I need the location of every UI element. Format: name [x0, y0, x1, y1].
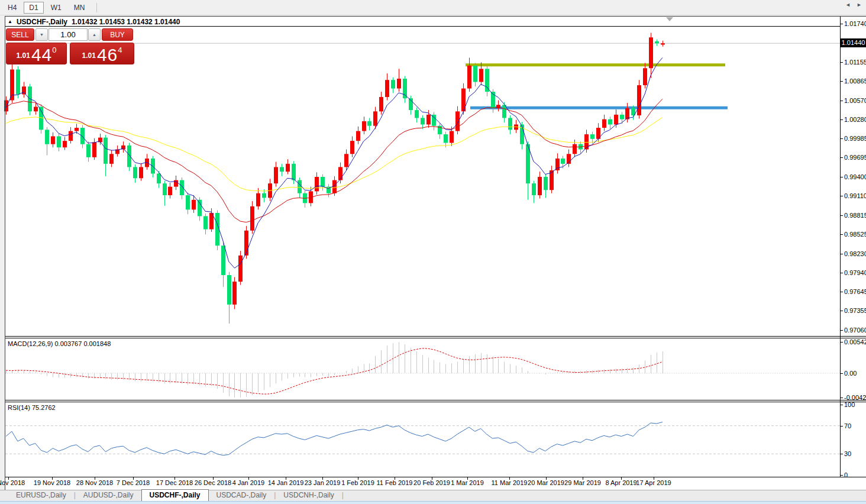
macd-axis-label: 0.00	[844, 369, 857, 377]
price-axis-label: 0.99985	[844, 134, 866, 143]
macd-indicator-label: MACD(12,26,9) 0.003767 0.001848	[8, 340, 111, 347]
one-click-trading-panel: SELL ▼ ▲ BUY 1.01 44 0 1.01 46 4	[6, 28, 135, 64]
date-tick	[52, 477, 53, 480]
date-tick	[546, 477, 547, 480]
chart-tab-usdchf[interactable]: USDCHF-,Daily	[141, 489, 209, 501]
rsi-axis-label: 0	[844, 471, 848, 479]
rsi-axis-label: 100	[844, 400, 855, 409]
volume-increase-button[interactable]: ▲	[88, 28, 101, 41]
date-tick	[358, 477, 358, 480]
price-axis-label: 1.00570	[844, 96, 866, 105]
tab-separator: |	[342, 490, 344, 501]
chart-tab-audusd[interactable]: AUDUSD-,Daily	[76, 490, 141, 501]
chevron-up-icon: ▲	[92, 33, 96, 37]
price-axis-label-tick	[841, 138, 843, 139]
price-axis-label-tick	[841, 177, 843, 177]
date-tick	[286, 477, 286, 480]
rsi-indicator-label: RSI(14) 75.2762	[8, 404, 56, 411]
date-label: 17 Apr 2019	[626, 479, 681, 486]
buy-button[interactable]: BUY	[102, 28, 133, 41]
date-tick	[8, 477, 9, 480]
rsi-axis-label-tick	[841, 426, 843, 427]
date-tick	[654, 477, 654, 480]
tab-scroll-left-icon[interactable]: ◄	[845, 2, 851, 8]
price-axis-label-tick	[841, 196, 843, 196]
date-tick	[213, 477, 214, 480]
price-axis-label: 0.98525	[844, 230, 866, 238]
tab-scroll-right-icon[interactable]: ►	[857, 2, 862, 8]
price-axis-label: 1.01740	[844, 20, 866, 28]
chart-tab-usdcad[interactable]: USDCAD-,Daily	[209, 490, 274, 501]
buy-price-display: 1.01 46 4	[70, 43, 134, 64]
buy-price-main: 46	[97, 47, 118, 63]
price-axis-label-tick	[841, 234, 843, 235]
sell-price-pip: 0	[52, 46, 56, 54]
price-axis-label: 1.00865	[844, 77, 866, 85]
main-macd-splitter-bottom	[5, 338, 866, 338]
chart-ohlc-readout: 1.01432 1.01453 1.01432 1.01440	[72, 18, 180, 26]
sell-button[interactable]: SELL	[6, 28, 34, 41]
chart-canvas[interactable]	[0, 0, 866, 504]
rsi-axis-label-tick	[841, 454, 843, 454]
date-tick	[395, 477, 395, 480]
price-axis-label-tick	[841, 273, 843, 273]
chart-title: ▲ USDCHF-,Daily 1.01432 1.01453 1.01432 …	[8, 18, 180, 26]
date-tick	[175, 477, 175, 480]
price-axis-label-tick	[841, 119, 843, 120]
price-axis-label-tick	[841, 101, 843, 101]
price-axis-label: 1.01155	[844, 58, 866, 66]
rsi-axis-label-tick	[841, 475, 843, 476]
pane-splitter-rsi[interactable]	[5, 400, 866, 402]
price-axis-label: 0.98815	[844, 211, 866, 219]
rsi-axis-label: 30	[844, 450, 851, 458]
macd-axis-label-tick	[841, 342, 843, 343]
price-axis-label: 0.97940	[844, 269, 866, 277]
timeframe-button-mn[interactable]: MN	[69, 2, 91, 14]
timeframe-button-h4[interactable]: H4	[2, 2, 22, 14]
price-axis-label-tick	[841, 254, 843, 254]
horizontal-rays-layer	[466, 65, 728, 108]
candlestick-layer	[4, 33, 665, 323]
sell-price-display: 1.01 44 0	[6, 43, 67, 64]
price-axis-label: 0.97060	[844, 326, 866, 334]
macd-axis-label-tick	[841, 398, 843, 398]
current-price-tag: 1.01440	[841, 38, 866, 47]
price-axis-label: 0.98230	[844, 250, 866, 258]
price-axis-label-tick	[841, 81, 843, 82]
volume-decrease-button[interactable]: ▼	[35, 28, 48, 41]
taskbar-edge	[0, 501, 866, 504]
price-axis-label-tick	[841, 215, 843, 216]
date-tick	[322, 477, 323, 480]
date-tick	[583, 477, 583, 480]
collapse-arrow-icon[interactable]: ▲	[8, 19, 12, 24]
date-tick	[509, 477, 510, 480]
date-tick	[621, 477, 622, 480]
volume-spinner: ▼ ▲	[35, 28, 101, 41]
volume-input[interactable]	[49, 28, 88, 41]
sell-price-main: 44	[31, 47, 52, 63]
sell-price-prefix: 1.01	[17, 51, 30, 60]
macd-axis-label: 0.005429	[844, 338, 866, 346]
date-tick	[432, 477, 432, 480]
macd-rsi-splitter-bottom	[5, 402, 866, 402]
date-tick	[248, 477, 249, 480]
timeframe-button-d1[interactable]: D1	[24, 2, 43, 14]
date-tick	[133, 477, 134, 480]
chart-window-left-border	[5, 16, 5, 501]
toolbar-separator	[96, 3, 97, 12]
macd-signal-line	[6, 348, 663, 394]
timeframe-toolbar: H4D1W1MN	[0, 0, 866, 15]
chart-shift-marker-icon[interactable]	[666, 17, 673, 21]
price-axis-label: 0.97645	[844, 287, 866, 296]
title-underline	[5, 26, 840, 27]
chart-tab-usdcnh[interactable]: USDCNH-,Daily	[276, 490, 341, 501]
price-axis-label: 0.99400	[844, 173, 866, 181]
price-axis-label: 0.99110	[844, 192, 866, 200]
pane-splitter-macd[interactable]	[5, 336, 866, 338]
rsi-line	[6, 422, 663, 455]
timeframe-button-w1[interactable]: W1	[46, 2, 67, 14]
macd-axis-label-tick	[841, 373, 843, 374]
price-axis-label-tick	[841, 24, 843, 24]
chart-tab-eurusd[interactable]: EURUSD-,Daily	[8, 490, 74, 501]
date-tick	[95, 477, 95, 480]
